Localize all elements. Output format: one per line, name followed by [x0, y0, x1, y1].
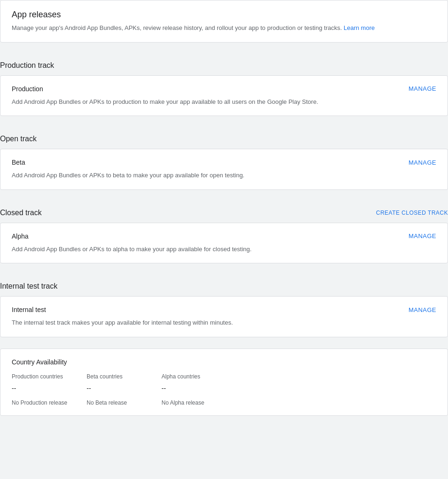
production-section-header: Production track [0, 54, 448, 75]
internal-track-title: Internal test [12, 306, 46, 313]
beta-countries-value: -- [87, 385, 162, 392]
closed-track-header: Alpha MANAGE [12, 232, 436, 240]
open-track-description: Add Android App Bundles or APKs to beta … [12, 171, 436, 180]
open-section-header: Open track [0, 127, 448, 149]
production-countries-status: No Production release [12, 399, 87, 406]
alpha-countries-label: Alpha countries [162, 373, 236, 380]
country-availability-title: Country Availability [12, 358, 436, 366]
internal-track-header: Internal test MANAGE [12, 306, 436, 313]
closed-manage-button[interactable]: MANAGE [409, 232, 436, 240]
production-section: Production track Production MANAGE Add A… [0, 54, 448, 116]
header-description: Manage your app's Android App Bundles, A… [12, 23, 436, 33]
alpha-countries-col: Alpha countries -- No Alpha release [162, 373, 236, 406]
learn-more-link[interactable]: Learn more [344, 24, 375, 31]
alpha-countries-value: -- [162, 385, 236, 392]
create-closed-track-button[interactable]: CREATE CLOSED TRACK [376, 210, 448, 216]
header-card: App releases Manage your app's Android A… [0, 0, 448, 43]
internal-section-header: Internal test track [0, 275, 448, 296]
country-availability-card: Country Availability Production countrie… [0, 348, 448, 416]
open-track-title: Beta [12, 159, 25, 166]
internal-card: Internal test MANAGE The internal test t… [0, 296, 448, 337]
alpha-countries-status: No Alpha release [162, 399, 236, 406]
production-countries-label: Production countries [12, 373, 87, 380]
closed-heading: Closed track [0, 209, 42, 217]
beta-countries-status: No Beta release [87, 399, 162, 406]
closed-track-description: Add Android App Bundles or APKs to alpha… [12, 245, 436, 254]
open-track-header: Beta MANAGE [12, 159, 436, 166]
production-countries-value: -- [12, 385, 87, 392]
production-track-header: Production MANAGE [12, 85, 436, 93]
production-card: Production MANAGE Add Android App Bundle… [0, 75, 448, 116]
open-heading: Open track [0, 135, 37, 143]
internal-section: Internal test track Internal test MANAGE… [0, 275, 448, 337]
page-title: App releases [12, 10, 436, 20]
beta-countries-label: Beta countries [87, 373, 162, 380]
open-section: Open track Beta MANAGE Add Android App B… [0, 127, 448, 190]
production-track-title: Production [12, 85, 43, 93]
production-countries-col: Production countries -- No Production re… [12, 373, 87, 406]
internal-manage-button[interactable]: MANAGE [409, 306, 436, 313]
country-availability-grid: Production countries -- No Production re… [12, 373, 436, 406]
closed-track-title: Alpha [12, 232, 29, 240]
open-card: Beta MANAGE Add Android App Bundles or A… [0, 149, 448, 190]
production-track-description: Add Android App Bundles or APKs to produ… [12, 97, 436, 107]
closed-section-header: Closed track CREATE CLOSED TRACK [0, 201, 448, 223]
production-heading: Production track [0, 61, 54, 70]
closed-section: Closed track CREATE CLOSED TRACK Alpha M… [0, 201, 448, 264]
closed-card: Alpha MANAGE Add Android App Bundles or … [0, 223, 448, 264]
open-manage-button[interactable]: MANAGE [409, 159, 436, 166]
beta-countries-col: Beta countries -- No Beta release [87, 373, 162, 406]
production-manage-button[interactable]: MANAGE [409, 85, 436, 92]
internal-track-description: The internal test track makes your app a… [12, 318, 436, 327]
internal-heading: Internal test track [0, 282, 58, 290]
